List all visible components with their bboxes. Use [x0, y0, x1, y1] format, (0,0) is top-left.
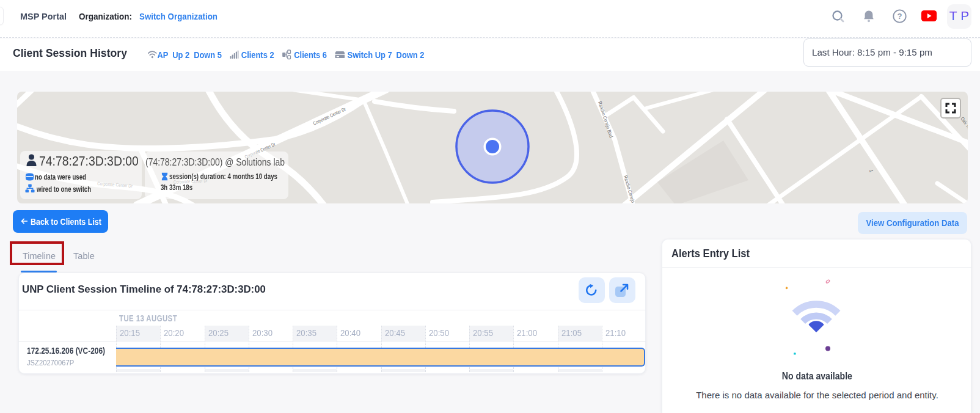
svg-text:?: ?: [898, 12, 902, 21]
svg-text:1: 1: [868, 169, 874, 173]
svg-text:Rancho Conejo: Rancho Conejo: [623, 175, 635, 203]
svg-text:Oak Trl: Oak Trl: [959, 116, 968, 130]
svg-text:Rancho Conejo Blvd: Rancho Conejo Blvd: [597, 101, 614, 139]
